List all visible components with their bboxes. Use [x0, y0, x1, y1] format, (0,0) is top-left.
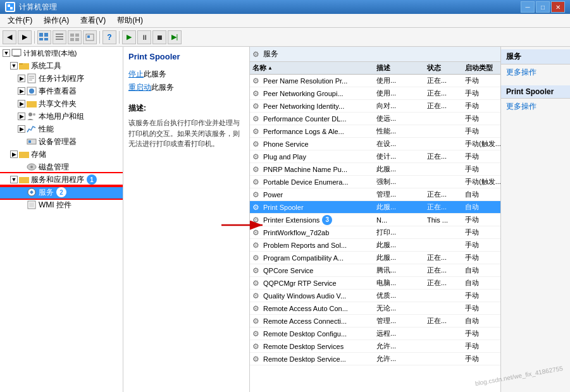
forward-button[interactable]: ▶: [18, 30, 32, 44]
service-status-cell: 正在...: [427, 266, 465, 275]
ops-section-services: 服务 更多操作: [501, 47, 570, 83]
restart-link-text[interactable]: 重启动: [128, 83, 151, 92]
toolbar-btn-4[interactable]: [83, 30, 97, 44]
expand-users[interactable]: ▶: [18, 113, 25, 120]
sidebar-item-task-scheduler[interactable]: ▶ 任务计划程序: [0, 72, 123, 85]
sidebar-item-local-users[interactable]: ▶ 本地用户和组: [0, 110, 123, 123]
service-name-text: Plug and Play: [263, 153, 306, 161]
service-row[interactable]: ⚙Peer Name Resolution Pr...使用...正在...手动本: [250, 75, 500, 87]
col-header-status[interactable]: 状态: [427, 63, 465, 73]
service-row[interactable]: ⚙QPCore Service腾讯...正在...自动本: [250, 264, 500, 277]
stop-link-text[interactable]: 停止: [128, 70, 144, 78]
service-row[interactable]: ⚙Remote Desktop Service...允许...手动本: [250, 353, 500, 365]
col-header-name[interactable]: 名称 ▲: [250, 63, 376, 73]
stop-service-link[interactable]: 停止此服务: [128, 69, 244, 80]
middle-panel: Print Spooler 停止此服务 重启动此服务 描述: 该服务在后台执行打…: [123, 47, 250, 392]
service-row[interactable]: ⚙Performance Logs & Ale...性能...手动本: [250, 125, 500, 138]
sidebar-item-device-manager[interactable]: 设备管理器: [0, 135, 123, 148]
expand-task[interactable]: ▶: [18, 75, 25, 82]
col-header-desc[interactable]: 描述: [376, 63, 427, 73]
service-header-title: 服务: [263, 49, 278, 59]
service-name-text: Peer Networking Identity...: [263, 102, 344, 110]
service-row[interactable]: ⚙PNRP Machine Name Pu...此服...手动本: [250, 163, 500, 176]
service-row[interactable]: ⚙Remote Desktop Configu...远程...手动本: [250, 328, 500, 340]
service-row[interactable]: ⚙Phone Service在设...手动(触发...本: [250, 138, 500, 150]
service-desc-cell: 此服...: [376, 164, 427, 174]
col-header-startup[interactable]: 启动类型: [465, 63, 500, 73]
toolbar-help[interactable]: ?: [102, 30, 116, 44]
close-button[interactable]: ✕: [551, 1, 565, 13]
expand-storage[interactable]: ▶: [10, 150, 18, 158]
expand-perf[interactable]: ▶: [18, 125, 25, 133]
svg-rect-5: [39, 38, 43, 40]
service-row[interactable]: ⚙Power管理...正在...自动本: [250, 188, 500, 201]
sidebar-item-wmi[interactable]: WMI 控件: [0, 199, 123, 211]
restart-service-link[interactable]: 重启动此服务: [128, 82, 244, 93]
service-row[interactable]: ⚙Printer Extensions3N...This ...手动本: [250, 214, 500, 226]
sidebar-item-system-tools[interactable]: ▼ 系统工具: [0, 59, 123, 72]
service-startup-cell: 手动: [465, 101, 500, 111]
expand-system-tools[interactable]: ▼: [10, 62, 18, 70]
service-row[interactable]: ⚙Peer Networking Identity...向对...正在...手动…: [250, 100, 500, 113]
sidebar-item-event-viewer[interactable]: ▶ 事件查看器: [0, 85, 123, 97]
menu-help[interactable]: 帮助(H): [112, 14, 148, 27]
sidebar-item-services[interactable]: 服务 2: [0, 186, 123, 199]
service-row[interactable]: ⚙Problem Reports and Sol...此服...手动本: [250, 239, 500, 252]
service-row[interactable]: ⚙QQPCMgr RTP Service电脑...正在...自动本: [250, 277, 500, 290]
menu-view[interactable]: 查看(V): [75, 14, 111, 27]
sidebar-shared-label: 共享文件夹: [39, 99, 77, 109]
expand-root[interactable]: ▼: [3, 49, 10, 57]
minimize-button[interactable]: ─: [521, 1, 535, 13]
sidebar-item-services-apps[interactable]: ▼ 服务和应用程序 1: [0, 173, 123, 186]
sidebar-item-disk-manager[interactable]: 磁盘管理: [0, 161, 123, 173]
service-row[interactable]: ⚙Program Compatibility A...此服...正在...手动本: [250, 252, 500, 264]
svg-rect-32: [19, 152, 29, 158]
service-name-cell: ⚙Plug and Play: [250, 152, 376, 161]
service-row[interactable]: ⚙Plug and Play使计...正在...手动本: [250, 150, 500, 163]
perf-icon: [27, 124, 37, 134]
service-desc-cell: 使计...: [376, 152, 427, 161]
menu-file[interactable]: 文件(F): [3, 14, 37, 27]
toolbar-btn-2[interactable]: [53, 30, 66, 44]
service-gear-icon: ⚙: [252, 254, 261, 262]
service-row[interactable]: ⚙PrintWorkflow_7d2ab打印...手动本: [250, 226, 500, 239]
toolbar-sep-3: [119, 31, 120, 44]
maximize-button[interactable]: □: [536, 1, 550, 13]
service-row[interactable]: ⚙Portable Device Enumera...强制...手动(触发...…: [250, 176, 500, 188]
ops-panel: 服务 更多操作 Print Spooler 更多操作: [500, 47, 570, 392]
service-row[interactable]: ⚙Remote Access Auto Con...无论...手动本: [250, 302, 500, 315]
service-row[interactable]: ⚙Quality Windows Audio V...优质...手动本: [250, 290, 500, 302]
service-name-cell: ⚙Problem Reports and Sol...: [250, 241, 376, 250]
ops-more-actions-2[interactable]: 更多操作: [501, 99, 570, 114]
back-button[interactable]: ◀: [3, 30, 16, 44]
service-header-icon: ⚙: [252, 50, 259, 59]
expand-svc-apps[interactable]: ▼: [10, 176, 18, 183]
service-row[interactable]: ⚙Peer Networking Groupi...使用...正在...手动本: [250, 87, 500, 100]
expand-event[interactable]: ▶: [18, 87, 25, 95]
svg-rect-20: [19, 63, 23, 64]
service-row[interactable]: ⚙Performance Counter DL...使远...手动本: [250, 113, 500, 125]
toolbar-btn-1[interactable]: [37, 30, 51, 44]
service-gear-icon: ⚙: [252, 127, 261, 136]
svg-rect-16: [12, 49, 21, 56]
sidebar-item-performance[interactable]: ▶ 性能: [0, 123, 123, 135]
sidebar-item-storage[interactable]: ▶ 存储: [0, 148, 123, 161]
toolbar-stop[interactable]: ⏹: [152, 30, 166, 44]
service-row[interactable]: ⚙Remote Desktop Services允许...手动本: [250, 340, 500, 353]
sidebar-item-shared-folders[interactable]: ▶ 共享文件夹: [0, 97, 123, 110]
sidebar-item-root[interactable]: ▼ 计算机管理(本地): [0, 47, 123, 59]
svg-rect-10: [70, 34, 74, 37]
toolbar-btn-3[interactable]: [68, 30, 82, 44]
service-desc-cell: 管理...: [376, 190, 427, 199]
service-row[interactable]: ⚙Print Spooler此服...正在...自动本: [250, 201, 500, 214]
service-gear-icon: ⚙: [252, 102, 261, 111]
toolbar-skip[interactable]: ▶|: [168, 30, 182, 44]
service-status-cell: 正在...: [427, 202, 465, 212]
expand-shared[interactable]: ▶: [18, 100, 25, 107]
ops-more-actions-1[interactable]: 更多操作: [501, 64, 570, 80]
toolbar-play[interactable]: ▶: [122, 30, 136, 44]
service-row[interactable]: ⚙Remote Access Connecti...管理...正在...自动本: [250, 315, 500, 328]
toolbar-pause[interactable]: ⏸: [137, 30, 151, 44]
service-name-cell: ⚙Quality Windows Audio V...: [250, 291, 376, 300]
menu-action[interactable]: 操作(A): [39, 14, 74, 27]
